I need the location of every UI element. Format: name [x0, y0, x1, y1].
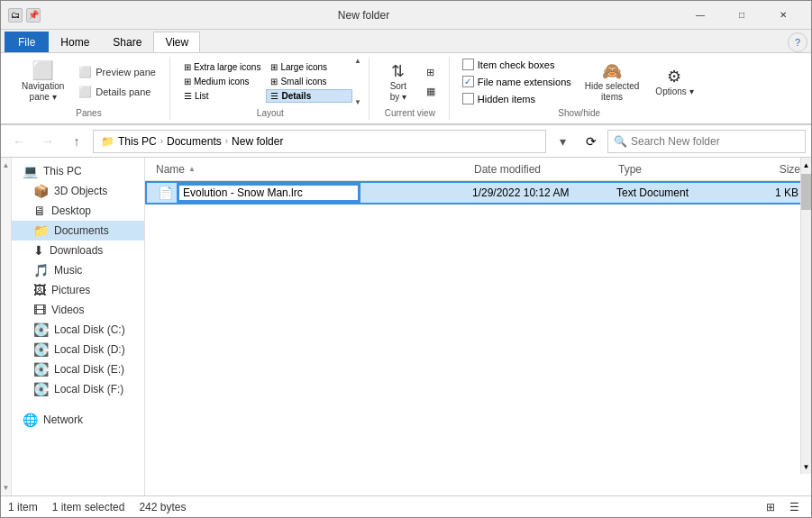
this-pc-label: This PC: [43, 165, 82, 177]
search-input[interactable]: [631, 135, 799, 148]
back-button[interactable]: ←: [6, 129, 32, 154]
tab-share[interactable]: Share: [101, 32, 153, 52]
small-icons-btn[interactable]: ⊞ Small icons: [266, 75, 351, 88]
tab-view[interactable]: View: [153, 32, 200, 52]
hidden-items-label: Hidden items: [478, 94, 535, 105]
sidebar-item-videos[interactable]: 🎞 Videos: [12, 300, 144, 320]
details-pane-button[interactable]: ⬜ Details pane: [72, 83, 162, 101]
search-icon: 🔍: [614, 135, 627, 148]
sidebar-item-documents[interactable]: 📁 Documents: [12, 221, 144, 241]
address-bar: ← → ↑ 📁 This PC › Documents › New folder…: [1, 125, 811, 158]
size-column-header[interactable]: Size: [732, 163, 804, 176]
layout-scroll-down[interactable]: ▼: [354, 98, 361, 106]
scroll-thumb[interactable]: [801, 174, 811, 210]
name-column-header[interactable]: Name ▲: [152, 163, 470, 176]
details-label: Details pane: [96, 86, 151, 97]
layout-scroll-up[interactable]: ▲: [354, 57, 361, 65]
details-btn[interactable]: ☰ Details: [266, 89, 351, 103]
group-by-button[interactable]: ⊞: [420, 64, 442, 81]
minimize-button[interactable]: —: [680, 1, 721, 30]
file-name-extensions-checkbox[interactable]: [462, 76, 474, 87]
options-button[interactable]: ⚙ Options ▾: [649, 63, 699, 101]
tab-home[interactable]: Home: [49, 32, 101, 52]
hidden-items-checkbox[interactable]: [462, 93, 474, 105]
add-columns-button[interactable]: ▦: [420, 83, 442, 100]
hidden-items-option[interactable]: Hidden items: [459, 91, 575, 106]
selected-count: 1 item selected: [52, 501, 125, 513]
details-view-button[interactable]: ⊞: [761, 498, 780, 516]
sep1: ›: [160, 136, 163, 146]
maximize-button[interactable]: □: [721, 1, 762, 30]
pictures-label: Pictures: [51, 284, 90, 296]
dropdown-button[interactable]: ▾: [550, 129, 575, 154]
breadcrumb-documents[interactable]: Documents: [167, 135, 222, 148]
date-column-header[interactable]: Date modified: [470, 163, 615, 176]
sidebar-scroll-up[interactable]: ▲: [3, 161, 10, 169]
item-count: 1 item: [8, 501, 38, 513]
show-hide-group: Item check boxes File name extensions Hi…: [452, 57, 707, 120]
scroll-up-arrow[interactable]: ▲: [801, 158, 811, 172]
quick-access-pin[interactable]: 📌: [26, 8, 41, 23]
sidebar-item-desktop[interactable]: 🖥 Desktop: [12, 201, 144, 221]
breadcrumb-this-pc[interactable]: This PC: [118, 135, 157, 148]
local-e-label: Local Disk (E:): [54, 363, 124, 376]
close-button[interactable]: ✕: [762, 1, 804, 30]
local-c-label: Local Disk (C:): [54, 323, 125, 336]
sidebar-item-local-f[interactable]: 💽 Local Disk (F:): [12, 379, 144, 399]
navigation-pane-button[interactable]: ⬜ Navigationpane ▾: [15, 58, 70, 106]
sidebar-item-3d-objects[interactable]: 📦 3D Objects: [12, 181, 144, 201]
sidebar-item-local-e[interactable]: 💽 Local Disk (E:): [12, 359, 144, 379]
breadcrumb-new-folder[interactable]: New folder: [232, 135, 283, 148]
refresh-button[interactable]: ⟳: [579, 129, 604, 154]
preview-pane-button[interactable]: ⬜ Preview pane: [72, 63, 162, 81]
sidebar-scroll-down[interactable]: ▼: [3, 484, 10, 492]
table-row[interactable]: 📄 1/29/2022 10:12 AM Text Document 1 KB: [145, 181, 811, 204]
sort-by-button[interactable]: ⇅ Sortby ▾: [379, 58, 418, 106]
help-button[interactable]: ?: [788, 32, 807, 52]
list-btn[interactable]: ☰ List: [179, 89, 265, 103]
medium-icons-btn[interactable]: ⊞ Medium icons: [179, 75, 265, 88]
type-column-header[interactable]: Type: [615, 163, 732, 176]
extra-large-icons-btn[interactable]: ⊞ Extra large icons: [179, 60, 265, 74]
sidebar: 💻 This PC 📦 3D Objects 🖥 Desktop 📁 Docum…: [12, 158, 145, 495]
item-check-boxes-checkbox[interactable]: [462, 59, 474, 70]
file-name-extensions-label: File name extensions: [478, 77, 571, 87]
sidebar-item-downloads[interactable]: ⬇ Downloads: [12, 241, 144, 260]
downloads-label: Downloads: [50, 244, 103, 257]
details-icon: ⬜: [78, 86, 92, 98]
status-bar: 1 item 1 item selected 242 bytes ⊞ ☰: [1, 495, 811, 517]
layout-buttons-container: ⊞ Extra large icons ⊞ Large icons ⊞ Medi…: [179, 57, 361, 106]
show-hide-buttons: Item check boxes File name extensions Hi…: [459, 57, 700, 106]
hide-selected-button[interactable]: 🙈 Hide selecteditems: [579, 58, 646, 106]
sidebar-item-this-pc[interactable]: 💻 This PC: [12, 161, 144, 181]
local-e-icon: 💽: [33, 362, 49, 377]
item-check-boxes-option[interactable]: Item check boxes: [459, 57, 575, 72]
current-view-buttons: ⇅ Sortby ▾ ⊞ ▦: [379, 57, 442, 106]
icon-list: ☰: [184, 91, 192, 101]
local-d-icon: 💽: [33, 342, 49, 357]
sidebar-item-music[interactable]: 🎵 Music: [12, 260, 144, 280]
file-name-input[interactable]: [178, 185, 359, 201]
search-box[interactable]: 🔍: [607, 130, 806, 153]
file-name-extensions-option[interactable]: File name extensions: [459, 74, 575, 89]
tab-file[interactable]: File: [5, 32, 49, 52]
title-bar: 🗂 📌 New folder — □ ✕: [1, 1, 811, 30]
panes-group: ⬜ Navigationpane ▾ ⬜ Preview pane ⬜ Deta…: [8, 57, 170, 120]
large-icons-btn[interactable]: ⊞ Large icons: [266, 60, 351, 74]
forward-button[interactable]: →: [35, 129, 60, 154]
options-icon: ⚙: [667, 67, 681, 86]
sidebar-item-pictures[interactable]: 🖼 Pictures: [12, 280, 144, 300]
network-label: Network: [43, 413, 83, 426]
scroll-down-arrow[interactable]: ▼: [801, 459, 811, 474]
sidebar-item-local-d[interactable]: 💽 Local Disk (D:): [12, 340, 144, 359]
icon-el: ⊞: [184, 62, 191, 72]
main-area: ▲ ▼ 💻 This PC 📦 3D Objects 🖥 Desktop: [1, 158, 811, 495]
list-view-button[interactable]: ☰: [784, 498, 804, 516]
documents-label: Documents: [54, 224, 109, 237]
sidebar-item-local-c[interactable]: 💽 Local Disk (C:): [12, 320, 144, 340]
breadcrumb[interactable]: 📁 This PC › Documents › New folder: [93, 130, 546, 153]
scrollbar[interactable]: ▲ ▼: [800, 158, 811, 474]
sidebar-item-network[interactable]: 🌐 Network: [12, 410, 144, 430]
up-button[interactable]: ↑: [64, 129, 89, 154]
file-list: Name ▲ Date modified Type Size 📄 1/29/20…: [145, 158, 811, 495]
